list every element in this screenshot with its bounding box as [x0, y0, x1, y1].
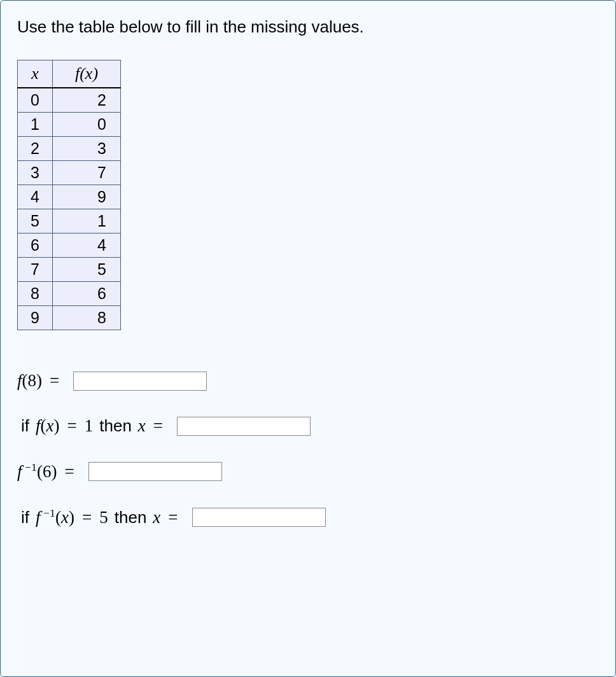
question-panel: Use the table below to fill in the missi…	[0, 0, 616, 677]
if-text: if	[17, 416, 33, 436]
table-row: 49	[18, 185, 121, 209]
table-header-row: x f(x)	[18, 60, 121, 88]
prompt-text: Use the table below to fill in the missi…	[17, 16, 599, 38]
q2-var2: x	[138, 416, 146, 436]
q3-expression: f −1(6)	[17, 461, 57, 482]
table-row: 23	[18, 137, 121, 161]
answer-input-4[interactable]	[192, 508, 326, 527]
answer-input-3[interactable]	[88, 462, 222, 481]
if-text: if	[17, 508, 33, 527]
answer-input-1[interactable]	[73, 372, 207, 391]
table-row: 51	[18, 209, 121, 234]
table-row: 64	[18, 234, 121, 258]
q4-expression: f −1(x)	[36, 507, 74, 527]
equals-sign: =	[45, 371, 64, 391]
q1-expression: f(8)	[17, 371, 42, 391]
equals-sign: =	[163, 508, 183, 527]
function-table: x f(x) 02 10 23 37 49 51 64 75 86 98	[17, 60, 121, 330]
then-text: then	[95, 416, 136, 436]
equals-sign: =	[62, 416, 82, 436]
q4-value: 5	[99, 508, 108, 527]
header-fx: f(x)	[53, 60, 121, 88]
question-4: if f −1(x) = 5 then x =	[17, 507, 599, 527]
then-text: then	[111, 508, 151, 527]
table-row: 86	[18, 282, 121, 306]
question-1: f(8) =	[17, 371, 599, 391]
q2-expression: f(x)	[36, 416, 60, 436]
question-3: f −1(6) =	[17, 461, 599, 482]
answer-input-2[interactable]	[177, 417, 311, 436]
q4-var2: x	[153, 508, 160, 527]
q2-value: 1	[85, 416, 94, 436]
equals-sign: =	[77, 508, 97, 527]
table-row: 37	[18, 161, 121, 185]
question-2: if f(x) = 1 then x =	[17, 416, 599, 436]
table-row: 02	[18, 88, 121, 113]
equals-sign: =	[60, 462, 80, 482]
table-row: 10	[18, 113, 121, 137]
header-x: x	[18, 60, 53, 88]
table-row: 98	[18, 306, 121, 330]
equals-sign: =	[148, 416, 168, 436]
table-body: 02 10 23 37 49 51 64 75 86 98	[18, 88, 121, 330]
table-row: 75	[18, 258, 121, 282]
